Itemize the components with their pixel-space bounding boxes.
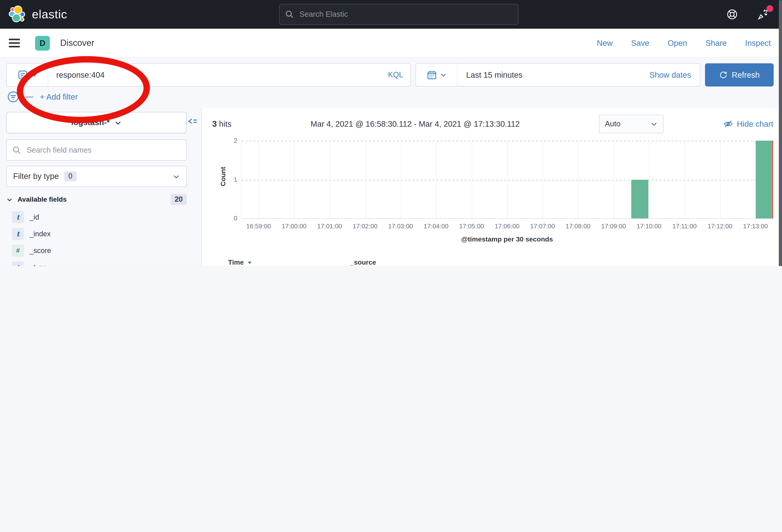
show-dates-button[interactable]: Show dates — [649, 70, 700, 79]
hits-count: 3 hits — [212, 119, 232, 129]
brand-name: elastic — [32, 8, 67, 21]
x-gridline — [330, 141, 330, 218]
content-area: logstash-* Filter by type 0 — [0, 108, 782, 266]
field-search-box[interactable] — [6, 140, 187, 161]
available-fields-header[interactable]: Available fields 20 — [6, 194, 187, 205]
discover-main-panel: 3 hits Mar 4, 2021 @ 16:58:30.112 - Mar … — [201, 108, 782, 266]
x-gridline — [294, 141, 295, 218]
x-tick-label: 17:00:00 — [282, 223, 307, 230]
refresh-button[interactable]: Refresh — [705, 63, 774, 86]
source-column-header[interactable]: _source — [350, 259, 376, 266]
x-tick-label: 17:08:00 — [566, 223, 591, 230]
field-name: _id — [30, 213, 39, 221]
date-quick-select-button[interactable] — [416, 64, 457, 86]
filter-divider — [26, 96, 34, 98]
hits-header: 3 hits Mar 4, 2021 @ 16:58:30.112 - Mar … — [212, 111, 773, 137]
field-name: _index — [30, 230, 51, 238]
time-column-header[interactable]: Time — [228, 259, 350, 266]
x-gridline — [436, 141, 437, 218]
date-picker: Last 15 minutes Show dates — [416, 63, 700, 86]
text-field-icon: t — [12, 261, 24, 266]
filter-bar: + Add filter — [6, 86, 776, 106]
scrollbar[interactable] — [779, 0, 782, 266]
x-tick-label: 17:12:00 — [708, 223, 733, 230]
x-gridline — [259, 141, 259, 218]
nav-action-open[interactable]: Open — [668, 38, 687, 48]
histogram-chart[interactable]: Count 210 16:59:0017:00:0017:01:0017:02:… — [212, 141, 773, 246]
time-range-value[interactable]: Last 15 minutes — [457, 70, 522, 79]
chevron-down-icon — [440, 72, 447, 78]
x-gridline — [720, 141, 720, 218]
top-navigation-bar: elastic — [0, 0, 782, 29]
y-tick-label: 0 — [225, 215, 237, 222]
y-tick-label: 2 — [225, 137, 237, 144]
sort-desc-icon — [247, 260, 253, 265]
help-icon[interactable] — [725, 8, 739, 21]
x-tick-label: 17:02:00 — [353, 223, 378, 230]
x-tick-label: 17:04:00 — [424, 223, 449, 230]
documents-table: Time _source Mar 4, 2021 @ 17:13:07.876r… — [212, 256, 773, 266]
topbar-icons — [725, 0, 770, 29]
field-search-input[interactable] — [26, 145, 181, 155]
x-tick-label: 17:05:00 — [459, 223, 484, 230]
query-bar-region: KQL Last 15 minutes Show dates — [0, 58, 782, 108]
fields-sidebar: logstash-* Filter by type 0 — [0, 108, 201, 266]
page-title: Discover — [60, 38, 94, 48]
x-tick-label: 17:09:00 — [601, 223, 626, 230]
field-item-score[interactable]: #_score — [6, 242, 195, 259]
x-gridline — [543, 141, 543, 218]
x-gridline — [614, 141, 614, 218]
x-tick-label: 16:59:00 — [246, 223, 271, 230]
nav-action-save[interactable]: Save — [631, 38, 649, 48]
field-name: _type — [30, 263, 47, 266]
chevron-down-icon — [650, 120, 657, 127]
x-tick-label: 17:07:00 — [530, 223, 555, 230]
field-item-id[interactable]: t_id — [6, 209, 195, 226]
y-tick-label: 1 — [225, 176, 237, 183]
menu-hamburger-icon[interactable] — [9, 39, 20, 47]
chart-plot-area[interactable]: 210 — [241, 141, 773, 219]
nav-action-share[interactable]: Share — [705, 38, 727, 48]
field-item-index[interactable]: t_index — [6, 226, 195, 242]
x-axis-label: @timestamp per 30 seconds — [241, 232, 773, 246]
chevron-down-icon — [173, 173, 180, 180]
nav-action-new[interactable]: New — [597, 38, 613, 48]
x-gridline — [684, 141, 685, 218]
refresh-icon — [719, 71, 728, 79]
query-language-button[interactable]: KQL — [381, 71, 410, 79]
toolbar-actions: NewSaveOpenShareInspect — [597, 38, 771, 48]
x-gridline — [649, 141, 649, 218]
x-gridline — [401, 141, 401, 218]
type-filter-count-badge: 0 — [64, 172, 76, 181]
text-field-icon: t — [12, 228, 24, 240]
collapse-sidebar-icon[interactable] — [187, 117, 198, 128]
add-filter-button[interactable]: + Add filter — [40, 92, 78, 102]
calendar-icon — [426, 70, 437, 80]
query-input[interactable] — [48, 70, 381, 79]
index-pattern-selector[interactable]: logstash-* — [6, 112, 187, 133]
x-tick-label: 17:13:00 — [743, 223, 768, 230]
global-search-input[interactable] — [299, 9, 512, 19]
x-gridline — [472, 141, 472, 218]
histogram-bar[interactable] — [632, 180, 648, 218]
elastic-logo-icon — [9, 6, 26, 23]
chevron-down-icon — [6, 196, 13, 203]
text-field-icon: t — [12, 211, 24, 223]
histogram-bar[interactable] — [755, 141, 773, 218]
eye-slash-icon — [723, 119, 733, 129]
search-icon — [12, 146, 21, 154]
filter-icon[interactable] — [7, 91, 19, 103]
filter-by-type-dropdown[interactable]: Filter by type 0 — [6, 166, 187, 187]
global-search-box[interactable] — [279, 4, 519, 25]
saved-query-menu-button[interactable] — [7, 64, 48, 86]
number-field-icon: # — [12, 245, 24, 257]
interval-select[interactable]: Auto — [599, 115, 664, 133]
elastic-brand[interactable]: elastic — [9, 6, 67, 23]
hide-chart-button[interactable]: Hide chart — [723, 119, 773, 129]
newsfeed-icon[interactable] — [756, 8, 770, 21]
x-gridline — [578, 141, 579, 218]
chevron-down-icon — [31, 72, 37, 78]
nav-action-inspect[interactable]: Inspect — [745, 38, 771, 48]
field-list: t_idt_index#_scoret_type@timestampt@vers… — [6, 209, 195, 266]
field-item-type[interactable]: t_type — [6, 259, 195, 266]
